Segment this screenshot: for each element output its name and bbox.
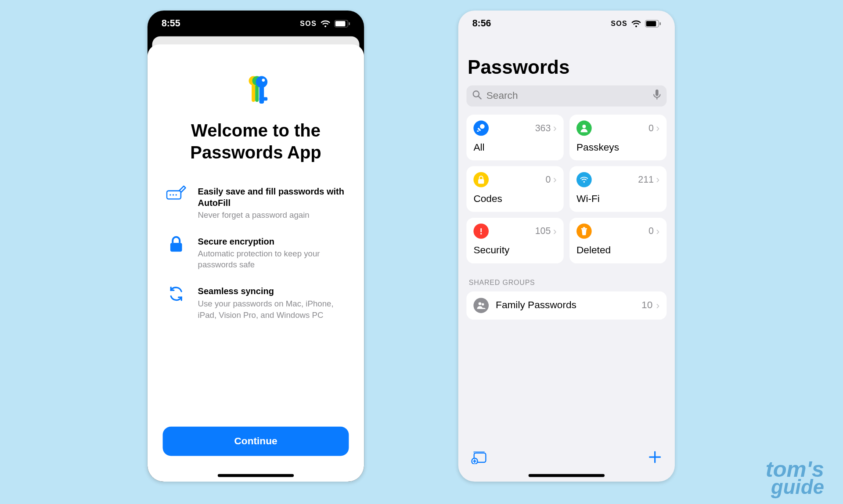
- feature-autofill: Easily save and fill passwords with Auto…: [163, 186, 349, 221]
- continue-button[interactable]: Continue: [163, 427, 349, 456]
- card-label: Deleted: [576, 245, 659, 256]
- card-label: Security: [473, 245, 556, 256]
- card-label: Codes: [473, 193, 556, 205]
- wifi-icon: [576, 172, 592, 187]
- card-label: Passkeys: [576, 142, 659, 154]
- chevron-right-icon: ›: [656, 300, 659, 311]
- search-bar[interactable]: [466, 86, 666, 107]
- feature-sub: Use your passwords on Mac, iPhone, iPad,…: [198, 298, 346, 320]
- svg-rect-18: [659, 22, 661, 25]
- svg-rect-31: [583, 227, 585, 228]
- svg-rect-27: [478, 179, 484, 184]
- feature-sub: Automatic protection to keep your passwo…: [198, 248, 346, 270]
- chevron-right-icon: ›: [656, 174, 659, 185]
- feature-syncing: Seamless syncing Use your passwords on M…: [163, 286, 349, 320]
- status-time: 8:56: [472, 18, 491, 29]
- lockclock-icon: [473, 172, 489, 187]
- svg-rect-4: [252, 84, 255, 102]
- svg-rect-9: [259, 86, 264, 104]
- category-card-deleted[interactable]: 0 › Deleted: [569, 218, 666, 263]
- svg-rect-30: [581, 228, 587, 230]
- wifi-icon: [631, 20, 641, 27]
- status-sos: SOS: [611, 19, 627, 28]
- feature-title: Easily save and fill passwords with Auto…: [198, 186, 346, 209]
- category-card-all[interactable]: 363 › All: [466, 115, 563, 160]
- search-icon: [472, 90, 482, 102]
- feature-title: Secure encryption: [198, 236, 346, 247]
- feature-sub: Never forget a password again: [198, 209, 346, 220]
- svg-rect-6: [255, 84, 259, 102]
- svg-rect-10: [259, 97, 268, 101]
- group-count: 10: [641, 299, 652, 311]
- home-indicator: [529, 474, 605, 477]
- svg-point-26: [582, 125, 586, 128]
- svg-point-29: [480, 233, 482, 234]
- card-count: 363: [535, 123, 551, 133]
- status-bar: 8:55 SOS: [148, 11, 364, 36]
- svg-point-23: [480, 124, 485, 129]
- svg-point-12: [169, 194, 171, 195]
- chevron-right-icon: ›: [553, 226, 557, 237]
- shared-groups-header: SHARED GROUPS: [469, 279, 664, 287]
- home-indicator: [218, 474, 294, 477]
- trash-icon: [576, 223, 592, 239]
- svg-point-32: [479, 302, 482, 305]
- category-card-codes[interactable]: 0 › Codes: [466, 166, 563, 212]
- card-count: 0: [545, 174, 551, 185]
- svg-point-8: [262, 79, 265, 82]
- card-label: Wi-Fi: [576, 193, 659, 205]
- card-count: 105: [535, 226, 551, 237]
- wifi-icon: [320, 20, 331, 27]
- card-count: 0: [648, 123, 654, 133]
- mic-icon[interactable]: [653, 89, 661, 103]
- card-count: 0: [648, 226, 654, 237]
- category-card-passkeys[interactable]: 0 › Passkeys: [569, 115, 666, 160]
- welcome-sheet: Welcome to the Passwords App: [148, 44, 364, 482]
- svg-point-33: [482, 303, 484, 305]
- chevron-right-icon: ›: [656, 123, 659, 133]
- autofill-icon: [166, 186, 186, 221]
- import-button[interactable]: [471, 450, 487, 466]
- phone-welcome: 8:55 SOS: [148, 11, 364, 482]
- lock-icon: [166, 236, 186, 270]
- category-card-wi-fi[interactable]: 211 › Wi-Fi: [569, 166, 666, 212]
- group-icon: [473, 298, 489, 313]
- status-time: 8:55: [162, 18, 180, 29]
- phone-passwords-list: 8:56 SOS Passwords: [458, 11, 675, 482]
- svg-rect-2: [349, 22, 350, 25]
- battery-icon: [334, 20, 350, 27]
- group-label: Family Passwords: [496, 299, 634, 311]
- search-input[interactable]: [486, 90, 648, 102]
- svg-point-14: [176, 194, 177, 195]
- svg-rect-15: [170, 243, 182, 252]
- svg-rect-28: [480, 228, 482, 232]
- svg-line-20: [479, 96, 481, 99]
- passwords-app-logo-icon: [239, 74, 272, 107]
- page-title: Passwords: [468, 56, 666, 79]
- chevron-right-icon: ›: [553, 174, 557, 185]
- feature-encryption: Secure encryption Automatic protection t…: [163, 236, 349, 270]
- status-bar: 8:56 SOS: [458, 11, 675, 36]
- alert-icon: [473, 223, 489, 239]
- battery-icon: [645, 20, 661, 27]
- card-count: 211: [638, 174, 654, 185]
- svg-rect-25: [477, 130, 479, 132]
- person-icon: [576, 121, 592, 136]
- sync-icon: [166, 286, 186, 320]
- chevron-right-icon: ›: [553, 123, 557, 133]
- key-icon: [473, 121, 489, 136]
- feature-title: Seamless syncing: [198, 286, 346, 297]
- toms-guide-watermark: tom's guide: [745, 460, 824, 496]
- chevron-right-icon: ›: [656, 226, 659, 237]
- add-button[interactable]: [648, 450, 662, 466]
- status-sos: SOS: [300, 19, 317, 28]
- svg-rect-21: [656, 89, 659, 96]
- shared-group-row[interactable]: Family Passwords 10 ›: [466, 292, 666, 320]
- svg-rect-1: [335, 21, 346, 26]
- welcome-title: Welcome to the Passwords App: [163, 119, 349, 163]
- svg-point-13: [173, 194, 174, 195]
- svg-rect-17: [646, 21, 656, 26]
- category-card-security[interactable]: 105 › Security: [466, 218, 563, 263]
- card-label: All: [473, 142, 556, 154]
